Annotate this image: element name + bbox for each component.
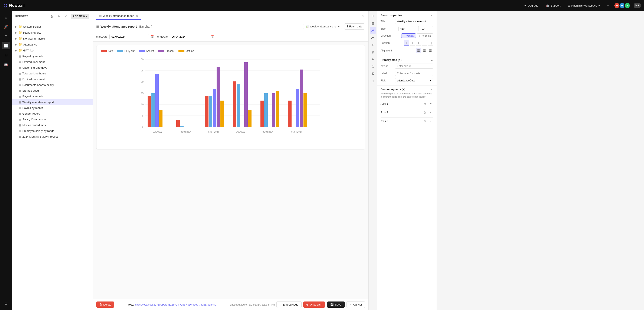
size-width-input[interactable] <box>398 26 413 31</box>
align-center-button[interactable]: ☰ <box>422 48 427 53</box>
rp-globe-icon[interactable]: ⊕ <box>370 56 376 62</box>
tab-weekly-attendance[interactable]: ▦ Weekly attendance report ✕ <box>96 12 141 20</box>
cancel-icon: ✕ <box>350 303 352 306</box>
list-item-weekly-attendance[interactable]: ▦ Weekly attendance report <box>12 99 93 105</box>
workspace-button[interactable]: ⊞ Hashim's Workspace ▾ <box>566 3 602 8</box>
axis-2-delete-button[interactable]: 🗑 <box>422 110 427 115</box>
axis-label-input[interactable] <box>395 71 433 76</box>
end-date-input[interactable] <box>170 34 209 39</box>
title-input[interactable] <box>395 19 433 24</box>
fetch-data-button[interactable]: ℹ Fetch data <box>344 23 365 29</box>
datasource-select[interactable]: 📊 Weekly attendance re ▾ <box>303 24 342 29</box>
nav-home-icon[interactable]: ⌂ <box>2 14 10 21</box>
axis-3-chevron-button[interactable]: ▾ <box>428 119 433 124</box>
nav-table-icon[interactable]: ⊞ <box>2 51 10 59</box>
list-item[interactable]: ▦ Documents near to expiry <box>12 82 93 88</box>
list-item[interactable]: ▦ Employee salary by range <box>12 128 93 134</box>
axis-1-chevron-button[interactable]: ▾ <box>428 101 433 106</box>
rp-linechart-icon[interactable] <box>370 27 376 34</box>
list-item[interactable]: ▦ Expired document <box>12 59 93 65</box>
rp-circle-icon[interactable]: ○ <box>370 42 376 48</box>
pos-top-left-button[interactable]: ⊤ <box>404 40 409 46</box>
list-item[interactable]: ▦ Total working hours <box>12 71 93 76</box>
rp-barchart-icon[interactable]: ▦ <box>370 20 376 26</box>
nav-settings-cog-icon[interactable]: ⚙ <box>2 32 10 40</box>
list-item[interactable]: ▦ Payroll by month <box>12 94 93 99</box>
align-left-button[interactable]: ☰ <box>416 48 421 53</box>
add-workspace-button[interactable]: + <box>604 3 612 8</box>
url-link[interactable]: https://localhost:5173/report/33129794-7… <box>135 303 216 306</box>
nav-robot-icon[interactable]: 🤖 <box>2 60 10 68</box>
svg-rect-25 <box>216 67 220 127</box>
list-item[interactable]: ▦ Payroll by month <box>12 53 93 59</box>
report-icon: ▦ <box>19 112 21 115</box>
delete-button[interactable]: 🗑 Delete <box>96 302 114 308</box>
cancel-button[interactable]: ✕ Cancel <box>346 301 365 308</box>
horizontal-direction-button[interactable]: ↕ Horizontal <box>417 33 433 38</box>
delete-panel-button[interactable]: 🗑 <box>49 14 54 19</box>
vertical-direction-button[interactable]: ↔ Vertical <box>401 33 416 38</box>
calendar2-icon: 📅 <box>210 35 214 38</box>
close-panel-icon[interactable]: ✕ <box>362 14 365 18</box>
end-date-group: endDate: 📅 <box>157 34 214 39</box>
list-item[interactable]: ▦ Storage used <box>12 88 93 94</box>
axis-item-2: Axis 2 🗑 ▾ <box>380 109 433 116</box>
pos-top-right-button[interactable]: ⊥ <box>416 40 421 46</box>
list-item[interactable]: ▦ 2024 Monthly Salary Process <box>12 134 93 140</box>
direction-prop-row: Direction ↔ Vertical ↕ Horizontal <box>380 33 433 38</box>
svg-text:06/04/2024: 06/04/2024 <box>291 131 302 133</box>
field-select[interactable]: attendanceDate ▾ <box>395 78 433 83</box>
embed-code-button[interactable]: {} Embed code <box>276 301 302 308</box>
position-buttons: ⊤ ⊤ ⊥ |← →| <box>404 40 433 46</box>
pos-top-center-button[interactable]: ⊤ <box>410 40 415 46</box>
list-item[interactable]: ▦ Payroll by month <box>12 105 93 111</box>
add-new-button[interactable]: ADD NEW ▾ <box>71 14 89 19</box>
axis-2-chevron-button[interactable]: ▾ <box>428 110 433 115</box>
secondary-axis-header[interactable]: Secondary axis (Y) ▲ <box>380 88 433 91</box>
list-item[interactable]: ▦ Gender report <box>12 111 93 117</box>
folder-payroll-reports[interactable]: ▶ 📁 Payroll reports <box>12 29 93 35</box>
axis-id-input[interactable] <box>395 64 433 69</box>
rp-gauge-icon[interactable]: ◎ <box>370 49 376 55</box>
axis-1-delete-button[interactable]: 🗑 <box>422 101 427 106</box>
start-date-input[interactable] <box>110 34 149 39</box>
folder-icon: 📁 <box>18 43 22 46</box>
size-height-input[interactable] <box>418 26 433 31</box>
list-item[interactable]: ▦ Upcoming Birthdays <box>12 65 93 71</box>
rp-linechart2-icon[interactable] <box>370 34 376 41</box>
tabs: ▦ Weekly attendance report ✕ <box>96 12 141 20</box>
save-button[interactable]: 💾 Save <box>327 302 345 308</box>
support-button[interactable]: 🤖 Support <box>544 3 563 8</box>
folder-system[interactable]: ▶ 📁 System Folder <box>12 24 93 29</box>
basic-properties-header[interactable]: Basic properties ▲ <box>380 14 433 17</box>
svg-rect-19 <box>176 120 180 127</box>
report-icon: ▦ <box>19 84 21 87</box>
chart-legend: Late Early out Absent <box>101 49 360 52</box>
align-right-button[interactable]: ☰ <box>428 48 433 53</box>
folder-gpt4[interactable]: ▶ 📁 GPT-4.o <box>12 47 93 53</box>
nav-chart-icon[interactable]: 📊 <box>2 42 10 49</box>
folder-northwind[interactable]: ▶ 📁 Northwind Payroll <box>12 35 93 41</box>
pos-bottom-button[interactable]: →| <box>428 40 433 46</box>
tab-close-icon[interactable]: ✕ <box>136 14 138 18</box>
brand-logo: ⬡ Flowtrail <box>4 3 24 8</box>
list-item[interactable]: ▦ Movies rented most <box>12 122 93 128</box>
primary-axis-header[interactable]: Primary axis (X) ▲ <box>380 58 433 61</box>
rp-pentagon-icon[interactable]: ⬠ <box>370 63 376 70</box>
list-item[interactable]: ▦ Expired document <box>12 76 93 82</box>
edit-panel-button[interactable]: ✎ <box>56 14 62 19</box>
pos-middle-button[interactable]: |← <box>422 40 427 46</box>
nav-rocket-icon[interactable]: 🚀 <box>2 23 10 31</box>
axis-3-delete-button[interactable]: 🗑 <box>422 119 427 124</box>
upgrade-button[interactable]: ✦ Upgrade <box>522 3 541 8</box>
rp-image-icon[interactable]: 🖼 <box>370 71 376 77</box>
unpublish-button[interactable]: ⊘ Unpublish <box>303 302 325 308</box>
right-panel: Basic properties ▲ Title Size Direction <box>377 11 436 310</box>
folder-attendance[interactable]: ▶ 📁 Attendance <box>12 41 93 47</box>
rp-grid-icon[interactable]: ⊟ <box>370 78 376 84</box>
rp-table-icon[interactable]: ⊞ <box>370 13 376 19</box>
axis-label-label: Label <box>380 72 393 75</box>
nav-gear-icon[interactable]: ⚙ <box>2 300 10 308</box>
list-item[interactable]: ▦ Salary Comparison <box>12 117 93 122</box>
refresh-panel-button[interactable]: ↺ <box>64 14 69 19</box>
